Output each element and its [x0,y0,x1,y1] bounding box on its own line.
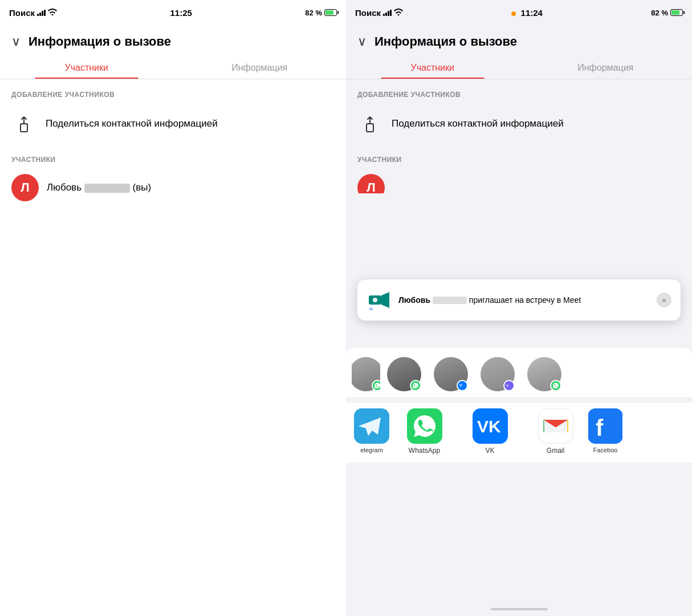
facebook-label: Faceboo [593,447,618,453]
right-battery-icon [670,9,683,16]
left-tab-info[interactable]: Информация [173,56,347,79]
left-status-bar: Поиск 11:25 82 % [0,0,346,25]
svg-rect-18 [588,408,622,444]
right-section-participants-label: УЧАСТНИКИ [346,144,692,168]
left-participant-avatar: Л [11,174,39,201]
svg-text:V: V [459,383,462,387]
app-row: elegram WhatsApp VK [346,403,692,463]
svg-text:G: G [369,306,373,311]
notification-text: Любовь приглашает на встречу в Meet [398,295,650,306]
app-item-facebook[interactable]: f Faceboo [588,408,622,455]
svg-rect-0 [21,124,27,132]
right-chevron-down-icon[interactable]: ∨ [357,34,367,49]
left-tabs: Участники Информация [0,56,346,79]
contact-badge-4 [550,380,561,391]
left-tab-participants[interactable]: Участники [0,56,173,79]
left-time: 11:25 [170,8,192,18]
gmail-icon [538,408,573,444]
left-battery-icon [324,9,337,16]
whatsapp-label: WhatsApp [409,447,440,455]
svg-point-5 [373,298,377,302]
contact-badge-3: V [503,380,515,391]
contact-avatar-wrap-4 [527,357,561,391]
left-share-label: Поделиться контактной информацией [46,117,218,130]
contact-avatar-wrap-0 [352,357,380,391]
left-status-left: Поиск [9,8,57,18]
right-battery-pct: 82 % [651,9,668,17]
telegram-icon [354,408,389,444]
left-carrier: Поиск [9,8,35,18]
rbar1 [383,14,385,16]
share-sheet: V V [346,348,692,616]
bar1 [37,14,39,16]
app-item-gmail[interactable]: Gmail [523,408,588,455]
contact-item-4[interactable] [522,357,567,391]
right-share-contact-item[interactable]: Поделиться контактной информацией [346,103,692,144]
contact-item-1[interactable] [381,357,427,391]
svg-text:f: f [596,415,604,440]
facebook-icon: f [588,408,622,444]
home-indicator [491,608,548,610]
left-battery-pct: 82 % [305,9,322,17]
app-item-vk[interactable]: VK VK [457,408,523,455]
left-wifi-icon [48,8,57,17]
rbar2 [385,13,387,16]
bar2 [39,13,41,16]
right-status-left: Поиск [355,8,403,18]
app-item-whatsapp[interactable]: WhatsApp [392,408,457,455]
contact-partial-left[interactable] [352,357,380,391]
right-share-icon [357,111,382,136]
contact-avatar-wrap-2: V [434,357,468,391]
right-panel: Поиск 11:24 82 % ∨ Информация о вызове [346,0,692,616]
right-participant-avatar: Л [357,174,385,193]
contact-item-3[interactable]: V [475,357,520,391]
svg-text:V: V [506,384,508,387]
notification-close-button[interactable]: × [657,293,671,307]
right-section-add-label: ДОБАВЛЕНИЕ УЧАСТНИКОВ [346,79,692,103]
bottom-area [346,463,692,616]
right-share-label: Поделиться контактной информацией [392,117,564,130]
contact-badge-1 [410,380,421,391]
right-content: ДОБАВЛЕНИЕ УЧАСТНИКОВ Поделиться контакт… [346,79,692,193]
right-signal [383,10,392,16]
app-item-telegram[interactable]: elegram [352,408,392,455]
right-time: 11:24 [511,8,543,18]
telegram-label: elegram [360,447,383,453]
svg-text:VK: VK [477,417,501,436]
rbar3 [388,11,389,16]
share-divider [346,397,692,403]
rbar4 [390,10,392,16]
contact-badge-0 [372,380,380,391]
right-status-right: 82 % [651,9,683,17]
right-participant-item[interactable]: Л [346,168,692,193]
notification-banner: G Любовь приглашает на встречу в Meet × [357,279,681,321]
left-header-title: Информация о вызове [29,34,171,49]
notif-suffix: приглашает на встречу в Meet [469,295,581,305]
right-tab-participants[interactable]: Участники [346,56,519,79]
left-chevron-down-icon[interactable]: ∨ [11,34,21,49]
left-content: ДОБАВЛЕНИЕ УЧАСТНИКОВ Поделиться контакт… [0,79,346,616]
right-tabs: Участники Информация [346,56,692,79]
right-wifi-icon [394,8,403,17]
bar3 [42,11,43,16]
contact-avatar-wrap-1 [387,357,421,391]
vk-label: VK [485,447,494,455]
left-participant-name: Любовь (вы) [47,182,151,193]
left-share-contact-item[interactable]: Поделиться контактной информацией [0,103,346,144]
right-status-bar: Поиск 11:24 82 % [346,0,692,25]
left-participant-item[interactable]: Л Любовь (вы) [0,168,346,207]
notif-name: Любовь [398,295,467,305]
notif-name-redacted [433,297,467,304]
left-header: ∨ Информация о вызове [0,25,346,56]
whatsapp-icon [407,408,442,444]
right-battery-fill [671,10,679,15]
svg-rect-1 [367,124,373,132]
contact-item-2[interactable]: V [428,357,474,391]
right-dot-icon [511,11,516,16]
left-share-icon [11,111,36,136]
right-header-title: Информация о вызове [375,34,517,49]
right-tab-info[interactable]: Информация [519,56,693,79]
left-name-redacted [84,184,130,193]
right-header: ∨ Информация о вызове [346,25,692,56]
gmail-label: Gmail [547,447,564,455]
